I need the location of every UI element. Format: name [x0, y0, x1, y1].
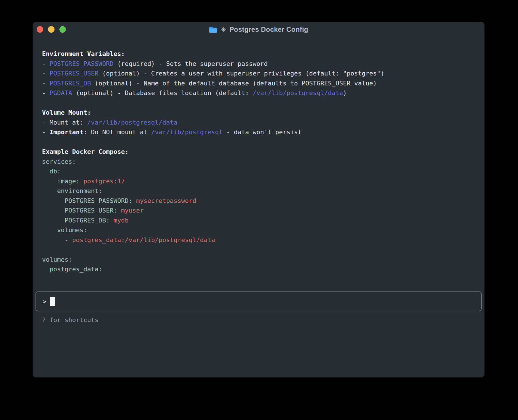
terminal-line: postgres_data: — [42, 264, 479, 274]
terminal-line: Volume Mount: — [42, 108, 479, 118]
prompt-chevron: > — [43, 298, 46, 305]
terminal-line: POSTGRES_DB: mydb — [42, 216, 479, 226]
text-cursor — [50, 297, 55, 306]
terminal-line — [42, 137, 479, 147]
terminal-line: Example Docker Compose: — [42, 147, 479, 157]
terminal-line: POSTGRES_PASSWORD: mysecretpassword — [42, 196, 479, 206]
terminal-line: - PGDATA (optional) - Database files loc… — [42, 88, 479, 98]
terminal-line: - POSTGRES_PASSWORD (required) - Sets th… — [42, 59, 479, 69]
terminal-line: - POSTGRES_DB (optional) - Name of the d… — [42, 79, 479, 89]
minimize-button[interactable] — [48, 26, 55, 33]
terminal-line: volumes: — [42, 255, 479, 265]
prompt-input[interactable]: > — [35, 291, 482, 311]
terminal-line: environment: — [42, 186, 479, 196]
terminal-line: POSTGRES_USER: myuser — [42, 206, 479, 216]
terminal-line — [42, 98, 479, 108]
terminal-line: db: — [42, 167, 479, 177]
folder-icon — [209, 26, 218, 33]
zoom-button[interactable] — [59, 26, 66, 33]
terminal-line — [42, 245, 479, 255]
close-button[interactable] — [37, 26, 43, 33]
terminal-line: - Important: Do NOT mount at /var/lib/po… — [42, 127, 479, 137]
terminal-line: volumes: — [42, 225, 479, 235]
app-window: ✳ Postgres Docker Config Environment Var… — [33, 22, 484, 377]
terminal-line: - Mount at: /var/lib/postgresql/data — [42, 118, 479, 128]
terminal-line: image: postgres:17 — [42, 177, 479, 186]
titlebar: ✳ Postgres Docker Config — [33, 22, 484, 37]
terminal-line: - postgres_data:/var/lib/postgresql/data — [42, 235, 479, 245]
shortcuts-hint: ? for shortcuts — [42, 315, 99, 325]
window-title-group: ✳ Postgres Docker Config — [209, 26, 308, 33]
window-title: Postgres Docker Config — [229, 26, 308, 33]
terminal-line: Environment Variables: — [42, 49, 479, 59]
traffic-lights — [37, 26, 66, 33]
terminal-line: - POSTGRES_USER (optional) - Creates a u… — [42, 69, 479, 79]
terminal-line: services: — [42, 157, 479, 167]
terminal-output: Environment Variables:- POSTGRES_PASSWOR… — [42, 49, 479, 274]
modified-asterisk-icon: ✳ — [221, 26, 226, 33]
